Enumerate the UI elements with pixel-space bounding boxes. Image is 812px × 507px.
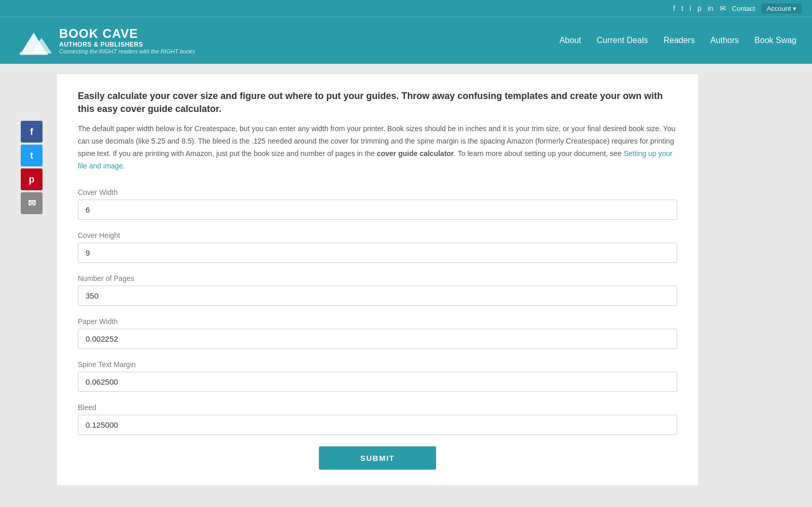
intro-body: The default paper width below is for Cre… [78, 123, 677, 172]
email-share-button[interactable]: ✉ [21, 192, 43, 214]
facebook-topbar-icon[interactable]: f [673, 4, 675, 12]
page-wrapper: f t p ✉ Easily calculate your cover size… [0, 64, 812, 496]
calculator-form: Cover Width Cover Height Number of Pages… [78, 188, 677, 470]
account-button[interactable]: Account ▾ [761, 4, 802, 13]
cover-width-input[interactable] [78, 200, 677, 220]
site-header: BOOK CAVE AUTHORS & PUBLISHERS Connectin… [0, 17, 812, 64]
social-sidebar: f t p ✉ [21, 74, 47, 485]
num-pages-input[interactable] [78, 286, 677, 306]
nav-current-deals[interactable]: Current Deals [597, 36, 648, 45]
spine-margin-input[interactable] [78, 372, 677, 392]
num-pages-label: Number of Pages [78, 274, 677, 283]
twitter-share-button[interactable]: t [21, 145, 43, 166]
main-nav: About Current Deals Readers Authors Book… [559, 36, 796, 45]
cover-height-label: Cover Height [78, 231, 677, 240]
bleed-input[interactable] [78, 415, 677, 435]
spine-margin-group: Spine Text Margin [78, 360, 677, 392]
linkedin-topbar-icon[interactable]: in [708, 4, 713, 12]
right-space [708, 74, 791, 485]
logo-tagline: Connecting the RIGHT readers with the RI… [59, 48, 195, 54]
cover-width-label: Cover Width [78, 188, 677, 196]
intro-title: Easily calculate your cover size and fig… [78, 90, 677, 116]
top-bar: f t i p in ✉ Contact Account ▾ [0, 0, 812, 17]
logo-icon [16, 22, 52, 59]
main-content: Easily calculate your cover size and fig… [57, 74, 698, 485]
logo-text: BOOK CAVE AUTHORS & PUBLISHERS Connectin… [59, 26, 195, 54]
cover-width-group: Cover Width [78, 188, 677, 220]
nav-about[interactable]: About [559, 36, 581, 45]
instagram-topbar-icon[interactable]: i [690, 4, 691, 12]
submit-button[interactable]: SUBMIT [319, 446, 437, 470]
twitter-topbar-icon[interactable]: t [681, 4, 683, 12]
svg-rect-2 [20, 52, 48, 55]
nav-readers[interactable]: Readers [663, 36, 694, 45]
paper-width-label: Paper Width [78, 317, 677, 326]
cover-height-group: Cover Height [78, 231, 677, 263]
paper-width-input[interactable] [78, 329, 677, 349]
cover-height-input[interactable] [78, 243, 677, 263]
bleed-group: Bleed [78, 403, 677, 435]
nav-book-swag[interactable]: Book Swag [754, 36, 796, 45]
pinterest-share-button[interactable]: p [21, 168, 43, 190]
spine-margin-label: Spine Text Margin [78, 360, 677, 369]
paper-width-group: Paper Width [78, 317, 677, 349]
pinterest-topbar-icon[interactable]: p [697, 4, 702, 12]
num-pages-group: Number of Pages [78, 274, 677, 306]
email-topbar-icon[interactable]: ✉ [720, 4, 726, 12]
bold-link-text: cover guide calculator [377, 149, 454, 158]
facebook-share-button[interactable]: f [21, 121, 43, 143]
logo-title: BOOK CAVE [59, 26, 195, 41]
contact-link[interactable]: Contact [732, 5, 755, 12]
bleed-label: Bleed [78, 403, 677, 412]
nav-authors[interactable]: Authors [710, 36, 739, 45]
intro-body-text2: . To learn more about setting up your do… [454, 149, 623, 158]
logo-subtitle: AUTHORS & PUBLISHERS [59, 41, 195, 48]
logo-area: BOOK CAVE AUTHORS & PUBLISHERS Connectin… [16, 22, 195, 59]
